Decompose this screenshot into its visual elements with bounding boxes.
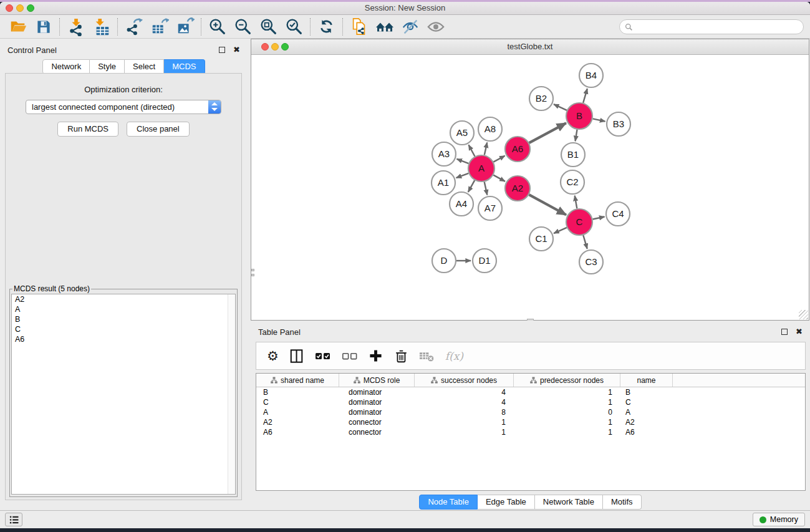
main-toolbar [0,15,810,39]
toolbar-separator [117,18,118,36]
graph-edge-C-C4[interactable] [593,217,605,220]
graph-node-label: A1 [438,177,449,188]
tab-node-table[interactable]: Node Table [419,495,478,510]
close-panel-icon[interactable]: ✖ [796,329,803,335]
toolbar-separator [310,18,311,36]
export-network-button[interactable] [121,16,147,37]
search-input[interactable] [637,22,798,32]
column-header-label: MCDS role [364,376,400,385]
unselect-all-icon[interactable] [342,349,358,364]
table-row[interactable]: Bdominator41B [256,387,805,397]
export-table-button[interactable] [147,16,172,37]
table-cell: 8 [415,408,514,417]
table-row[interactable]: Adominator80A [256,407,805,417]
graph-edge-A-A7[interactable] [485,182,488,195]
delete-column-icon[interactable] [393,349,408,364]
save-session-button[interactable] [31,16,56,37]
zoom-in-button[interactable] [205,16,230,37]
network-canvas[interactable]: B4B2BB3A5A8A6A3B1AA1C2A2A4A7CC4C1C3DD1 [251,55,809,320]
tab-motifs[interactable]: Motifs [603,495,642,510]
graph-edge-A-A8[interactable] [485,143,487,155]
graph-edge-C-C2[interactable] [575,196,577,209]
optimization-criterion-dropdown[interactable]: largest connected component (directed) [26,100,221,114]
column-header-name[interactable]: name [620,374,673,387]
graph-edge-C-C1[interactable] [554,228,567,233]
graph-edge-A-A1[interactable] [456,173,469,178]
table-panel: Table Panel ✖ ⚙ f(x) shared name MCDS ro… [251,321,810,510]
close-window-button[interactable] [6,4,13,12]
table-row[interactable]: Cdominator41C [256,397,805,407]
mcds-result-box: MCDS result (5 nodes) A2ABCA6 [9,284,238,497]
minimize-network-button[interactable] [271,43,279,51]
tab-mcds[interactable]: MCDS [164,59,205,74]
run-mcds-button[interactable]: Run MCDS [57,122,118,137]
column-header-shared-name[interactable]: shared name [256,374,339,387]
scrollbar-track[interactable] [228,294,235,494]
graph-edge-B-B2[interactable] [554,104,567,110]
settings-gear-icon[interactable]: ⚙ [267,349,279,363]
memory-button[interactable]: Memory [753,513,805,526]
list-item[interactable]: C [12,324,235,334]
status-bar: Memory [0,510,810,528]
table-row[interactable]: A2connector11A2 [256,417,805,427]
close-panel-icon[interactable]: ✖ [233,47,240,53]
resize-grip[interactable] [799,310,808,319]
graph-edge-A-A6[interactable] [493,156,504,162]
graph-edge-A6-B[interactable] [529,123,566,143]
zoom-network-button[interactable] [281,43,289,51]
list-item[interactable]: A6 [12,334,235,344]
houses-icon [375,17,394,36]
graph-edge-A-A4[interactable] [468,180,475,192]
eye-icon [427,17,445,36]
table-cell: A6 [620,428,673,437]
add-column-icon[interactable] [369,349,383,363]
select-all-icon[interactable] [315,349,331,364]
clone-network-button[interactable] [346,16,372,37]
tab-style[interactable]: Style [90,59,125,74]
float-panel-icon[interactable] [219,47,225,53]
import-table-button[interactable] [89,16,114,37]
zoom-out-button[interactable] [230,16,256,37]
column-header-MCDS-role[interactable]: MCDS role [339,374,415,387]
show-selected-button[interactable] [423,16,448,37]
close-network-button[interactable] [261,43,269,51]
list-item[interactable]: A [12,304,235,314]
dropdown-value: largest connected component (directed) [32,102,175,112]
import-network-button[interactable] [63,16,89,37]
column-header-successor-nodes[interactable]: successor nodes [415,374,514,387]
graph-edge-C-C3[interactable] [583,235,587,249]
list-item[interactable]: B [12,314,235,324]
graph-edge-B-B4[interactable] [583,89,587,103]
tab-network-table[interactable]: Network Table [535,495,603,510]
hide-selected-button[interactable] [397,16,423,37]
table-cell: C [256,398,339,407]
table-row[interactable]: A6connector11A6 [256,427,805,437]
graph-edge-A-A5[interactable] [469,145,475,156]
zoom-fit-button[interactable] [256,16,281,37]
task-history-button[interactable] [5,513,22,526]
graph-edge-A-A2[interactable] [493,175,505,181]
table-tabs: Node TableEdge TableNetwork TableMotifs [251,495,810,510]
graph-node-label: C4 [612,208,624,219]
graph-edge-A-A3[interactable] [457,159,469,163]
list-item[interactable]: A2 [12,294,235,304]
tab-edge-table[interactable]: Edge Table [478,495,535,510]
zoom-window-button[interactable] [27,4,34,12]
tab-select[interactable]: Select [125,59,164,74]
graph-edge-A2-C[interactable] [529,195,566,215]
export-image-button[interactable] [172,16,198,37]
float-panel-icon[interactable] [781,329,788,335]
zoom-selected-button[interactable] [281,16,307,37]
open-file-button[interactable] [5,16,31,37]
tree-icon [354,377,360,384]
graph-edge-B-B3[interactable] [593,118,605,121]
refresh-button[interactable] [314,16,339,37]
titlebar: Session: New Session [0,2,810,15]
column-view-icon[interactable] [289,349,304,364]
graph-edge-B-B1[interactable] [576,130,577,142]
column-header-predecessor-nodes[interactable]: predecessor nodes [514,374,620,387]
home-view-button[interactable] [372,16,397,37]
tab-network[interactable]: Network [42,59,90,74]
close-panel-button[interactable]: Close panel [127,122,190,137]
minimize-window-button[interactable] [16,4,24,12]
